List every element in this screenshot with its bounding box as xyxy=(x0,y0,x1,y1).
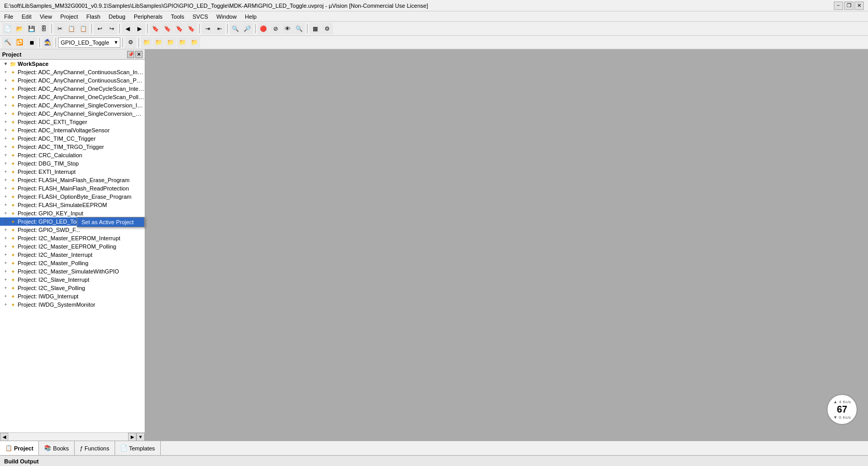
tree-item[interactable]: +✦Project: ADC_AnyChannel_ContinuousScan… xyxy=(0,68,145,76)
tree-item[interactable]: +✦Project: IWDG_Interrupt xyxy=(0,292,145,300)
tree-item[interactable]: +✦Project: I2C_Master_SimulateWithGPIO xyxy=(0,267,145,276)
tree-item[interactable]: +✦Project: ADC_EXTI_Trigger xyxy=(0,118,145,126)
menu-item-svcs[interactable]: SVCS xyxy=(188,11,212,21)
tree-item[interactable]: +✦Project: EXTI_Interrupt xyxy=(0,168,145,176)
tree-expander[interactable]: + xyxy=(2,68,9,76)
workspace-expander[interactable]: ▼ xyxy=(2,60,9,67)
tree-expander[interactable]: + xyxy=(2,152,9,159)
tree-item[interactable]: +✦Project: FLASH_MainFlash_ReadProtectio… xyxy=(0,184,145,193)
tree-expander[interactable]: + xyxy=(2,301,9,308)
tree-expander[interactable]: + xyxy=(2,284,9,292)
tree-expander[interactable]: + xyxy=(2,218,9,225)
tree-expander[interactable]: + xyxy=(2,93,9,101)
tree-expander[interactable]: + xyxy=(2,276,9,283)
bookmark-button[interactable]: 🔖 xyxy=(150,23,161,34)
menu-item-debug[interactable]: Debug xyxy=(105,11,130,21)
tree-item[interactable]: +✦Project: ADC_AnyChannel_ContinuousScan… xyxy=(0,76,145,85)
tree-expander[interactable]: + xyxy=(2,259,9,267)
tree-expander[interactable]: + xyxy=(2,143,9,150)
cols-button[interactable]: ▦ xyxy=(310,23,321,34)
tree-item[interactable]: +✦Project: FLASH_OptionByte_Erase_Progra… xyxy=(0,193,145,201)
tree-item[interactable]: +✦Project: ADC_AnyChannel_SingleConversi… xyxy=(0,109,145,118)
manage-button[interactable]: 📁 xyxy=(141,37,152,48)
build-button[interactable]: 🔨 xyxy=(2,37,13,48)
tree-expander[interactable]: + xyxy=(2,102,9,109)
tree-item[interactable]: +✦Project: ADC_AnyChannel_SingleConversi… xyxy=(0,101,145,109)
bottom-tab-functions[interactable]: ƒFunctions xyxy=(75,441,115,455)
watch-button[interactable]: 👁 xyxy=(282,23,293,34)
tree-item[interactable]: +✦Project: I2C_Slave_Interrupt xyxy=(0,276,145,284)
copy-button[interactable]: 📋 xyxy=(66,23,77,34)
tree-expander[interactable]: + xyxy=(2,235,9,242)
layout-button[interactable]: ⚙ xyxy=(321,23,333,34)
nav-back-button[interactable]: ◀ xyxy=(122,23,133,34)
new-file-button[interactable]: 📄 xyxy=(2,23,13,34)
hscroll-down-button[interactable]: ▼ xyxy=(136,433,145,441)
tree-expander[interactable]: + xyxy=(2,85,9,92)
close-panel-button[interactable]: ✕ xyxy=(135,51,143,58)
workspace-root[interactable]: ▼ 📁 WorkSpace xyxy=(0,60,145,68)
menu-item-project[interactable]: Project xyxy=(56,11,82,21)
breakpoint-button[interactable]: 🔴 xyxy=(258,23,269,34)
menu-item-help[interactable]: Help xyxy=(241,11,261,21)
unindent-button[interactable]: ⇤ xyxy=(214,23,225,34)
tree-expander[interactable]: + xyxy=(2,168,9,175)
bookmark2-button[interactable]: 🔖 xyxy=(162,23,173,34)
tree-expander[interactable]: + xyxy=(2,293,9,300)
menu-item-peripherals[interactable]: Peripherals xyxy=(130,11,167,21)
target-options-button[interactable]: ⚙ xyxy=(125,37,136,48)
tree-expander[interactable]: + xyxy=(2,160,9,167)
dis-button[interactable]: ⊘ xyxy=(270,23,281,34)
menu-item-edit[interactable]: Edit xyxy=(18,11,36,21)
tree-expander[interactable]: + xyxy=(2,77,9,84)
minimize-button[interactable]: − xyxy=(834,2,843,10)
tree-expander[interactable]: + xyxy=(2,135,9,142)
tree-expander[interactable]: + xyxy=(2,201,9,209)
tree-expander[interactable]: + xyxy=(2,226,9,234)
save-button[interactable]: 💾 xyxy=(26,23,37,34)
menu-item-tools[interactable]: Tools xyxy=(167,11,189,21)
tree-item[interactable]: +✦Project: ADC_InternalVoltageSensor xyxy=(0,126,145,134)
tree-expander[interactable]: + xyxy=(2,210,9,217)
save-all-button[interactable]: 🗄 xyxy=(38,23,49,34)
undo-button[interactable]: ↩ xyxy=(94,23,105,34)
tree-expander[interactable]: + xyxy=(2,251,9,258)
menu-item-window[interactable]: Window xyxy=(212,11,241,21)
tree-item[interactable]: +✦Project: CRC_Calculation xyxy=(0,151,145,159)
find2-button[interactable]: 🔎 xyxy=(242,23,253,34)
tree-expander[interactable]: + xyxy=(2,193,9,200)
paste-button[interactable]: 📋 xyxy=(78,23,89,34)
hscroll-right-button[interactable]: ▶ xyxy=(128,433,136,441)
manage3-button[interactable]: 📁 xyxy=(165,37,176,48)
indent-button[interactable]: ⇥ xyxy=(202,23,213,34)
tree-item[interactable]: +✦Project: I2C_Master_Polling xyxy=(0,259,145,267)
project-tree[interactable]: ▼ 📁 WorkSpace +✦Project: ADC_AnyChannel_… xyxy=(0,60,145,432)
wizard-button[interactable]: 🧙 xyxy=(42,37,53,48)
find-button[interactable]: 🔍 xyxy=(230,23,241,34)
tree-expander[interactable]: + xyxy=(2,268,9,275)
redo-button[interactable]: ↪ xyxy=(106,23,117,34)
tree-expander[interactable]: + xyxy=(2,185,9,192)
tree-item[interactable]: +✦Project: I2C_Slave_Polling xyxy=(0,284,145,292)
hscroll-track[interactable] xyxy=(8,433,128,441)
pin-panel-button[interactable]: 📌 xyxy=(127,51,134,58)
bottom-tab-books[interactable]: 📚Books xyxy=(39,441,75,455)
bookmark4-button[interactable]: 🔖 xyxy=(186,23,197,34)
tree-expander[interactable]: + xyxy=(2,127,9,134)
hscroll-left-button[interactable]: ◀ xyxy=(0,433,8,441)
rebuild-button[interactable]: 🔁 xyxy=(14,37,25,48)
manage5-button[interactable]: 📁 xyxy=(189,37,200,48)
tree-expander[interactable]: + xyxy=(2,176,9,184)
tree-item[interactable]: +✦Project: I2C_Master_Interrupt xyxy=(0,251,145,259)
close-button[interactable]: ✕ xyxy=(855,2,864,10)
manage4-button[interactable]: 📁 xyxy=(177,37,188,48)
ctx-set-active-item[interactable]: Set as Active Project xyxy=(77,217,144,227)
tree-item[interactable]: +✦Project: ADC_AnyChannel_OneCycleScan_P… xyxy=(0,93,145,101)
tree-item[interactable]: +✦Project: ADC_AnyChannel_OneCycleScan_I… xyxy=(0,85,145,93)
tree-expander[interactable]: + xyxy=(2,110,9,117)
tree-item[interactable]: +✦Project: FLASH_MainFlash_Erase_Program xyxy=(0,176,145,184)
restore-button[interactable]: ❐ xyxy=(844,2,853,10)
bookmark3-button[interactable]: 🔖 xyxy=(174,23,185,34)
menu-item-file[interactable]: File xyxy=(0,11,18,21)
open-file-button[interactable]: 📂 xyxy=(14,23,25,34)
